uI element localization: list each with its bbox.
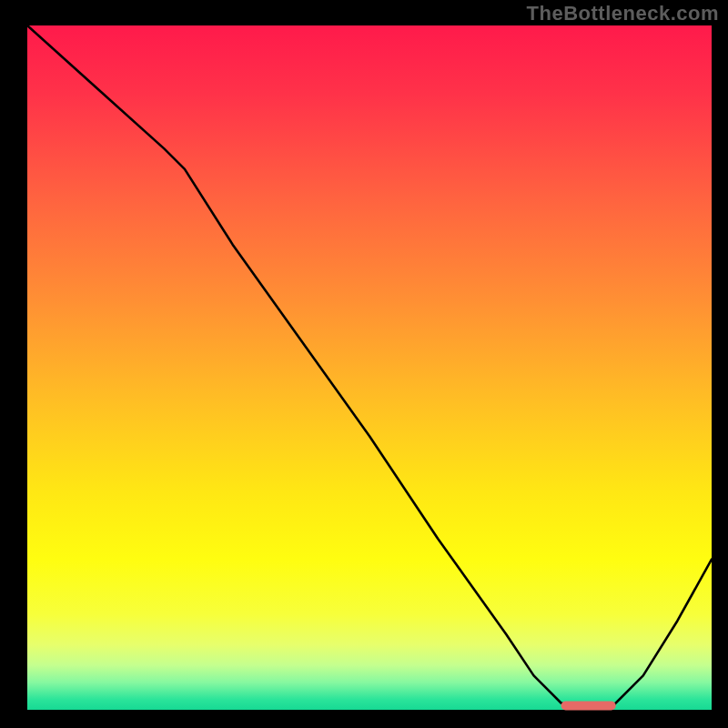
optimal-range-indicator	[561, 701, 616, 710]
plot-background-gradient	[27, 25, 712, 710]
bottleneck-chart	[0, 0, 728, 728]
chart-container: { "watermark": "TheBottleneck.com", "col…	[0, 0, 728, 728]
